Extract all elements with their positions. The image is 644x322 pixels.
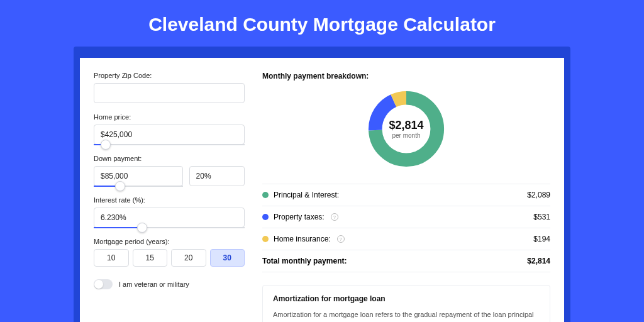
period-field: Mortgage period (years): 10 15 20 30 bbox=[94, 238, 245, 267]
breakdown-column: Monthly payment breakdown: $2,814 per mo… bbox=[262, 72, 550, 322]
info-icon[interactable]: ? bbox=[331, 213, 338, 221]
donut-chart: $2,814 per month bbox=[365, 88, 447, 170]
interest-slider-thumb[interactable] bbox=[137, 223, 147, 233]
calculator-band: Property Zip Code: Home price: Down paym… bbox=[74, 47, 570, 322]
info-icon[interactable]: ? bbox=[337, 235, 345, 243]
amortization-title: Amortization for mortgage loan bbox=[273, 294, 540, 303]
legend-dot-principal bbox=[262, 192, 269, 198]
down-payment-amount-input[interactable] bbox=[94, 166, 183, 186]
zip-input[interactable] bbox=[94, 83, 245, 103]
calculator-card: Property Zip Code: Home price: Down paym… bbox=[80, 58, 564, 322]
down-payment-label: Down payment: bbox=[94, 155, 245, 162]
interest-field: Interest rate (%): bbox=[94, 196, 245, 228]
down-payment-slider[interactable] bbox=[94, 186, 183, 187]
donut-center: $2,814 per month bbox=[365, 88, 447, 170]
legend-label-insurance: Home insurance: bbox=[274, 235, 331, 243]
down-payment-pct-input[interactable] bbox=[189, 166, 245, 186]
legend-row-taxes: Property taxes: ? $531 bbox=[262, 206, 550, 228]
legend-value-taxes: $531 bbox=[533, 213, 550, 221]
legend-row-principal: Principal & Interest: $2,089 bbox=[262, 184, 550, 206]
amortization-box: Amortization for mortgage loan Amortizat… bbox=[262, 285, 550, 322]
page-title: Cleveland County Mortgage Calculator bbox=[0, 14, 644, 35]
legend-dot-insurance bbox=[262, 236, 269, 242]
down-payment-field: Down payment: bbox=[94, 155, 245, 186]
veteran-label: I am veteran or military bbox=[119, 280, 189, 288]
home-price-slider-thumb[interactable] bbox=[101, 140, 111, 150]
period-btn-30[interactable]: 30 bbox=[210, 249, 245, 267]
veteran-toggle[interactable] bbox=[94, 279, 113, 289]
legend-row-total: Total monthly payment: $2,814 bbox=[262, 250, 550, 272]
interest-label: Interest rate (%): bbox=[94, 196, 245, 204]
interest-input[interactable] bbox=[94, 208, 245, 228]
period-btn-20[interactable]: 20 bbox=[171, 249, 206, 267]
period-row: 10 15 20 30 bbox=[94, 249, 245, 267]
down-payment-slider-thumb[interactable] bbox=[115, 181, 125, 191]
page-header: Cleveland County Mortgage Calculator bbox=[0, 0, 644, 47]
donut-center-value: $2,814 bbox=[389, 119, 423, 132]
veteran-row: I am veteran or military bbox=[94, 279, 245, 289]
period-btn-10[interactable]: 10 bbox=[94, 249, 129, 267]
zip-field: Property Zip Code: bbox=[94, 72, 245, 103]
legend-label-taxes: Property taxes: bbox=[274, 213, 325, 221]
home-price-input[interactable] bbox=[94, 125, 245, 145]
legend-value-principal: $2,089 bbox=[527, 191, 550, 199]
legend-total-label: Total monthly payment: bbox=[262, 257, 347, 265]
donut-center-sub: per month bbox=[392, 132, 420, 139]
amortization-body: Amortization for a mortgage loan refers … bbox=[273, 309, 540, 322]
zip-label: Property Zip Code: bbox=[94, 72, 245, 79]
veteran-toggle-knob bbox=[94, 280, 103, 289]
form-column: Property Zip Code: Home price: Down paym… bbox=[94, 72, 245, 322]
donut-chart-wrap: $2,814 per month bbox=[262, 88, 550, 170]
legend-dot-taxes bbox=[262, 214, 269, 220]
home-price-label: Home price: bbox=[94, 113, 245, 121]
legend: Principal & Interest: $2,089 Property ta… bbox=[262, 184, 550, 272]
legend-row-insurance: Home insurance: ? $194 bbox=[262, 228, 550, 250]
period-label: Mortgage period (years): bbox=[94, 238, 245, 245]
breakdown-title: Monthly payment breakdown: bbox=[262, 72, 550, 80]
home-price-slider[interactable] bbox=[94, 144, 245, 145]
legend-value-insurance: $194 bbox=[533, 235, 550, 243]
period-btn-15[interactable]: 15 bbox=[133, 249, 168, 267]
interest-slider[interactable] bbox=[94, 227, 245, 228]
legend-label-principal: Principal & Interest: bbox=[274, 191, 339, 199]
home-price-field: Home price: bbox=[94, 113, 245, 145]
legend-total-value: $2,814 bbox=[527, 257, 550, 265]
